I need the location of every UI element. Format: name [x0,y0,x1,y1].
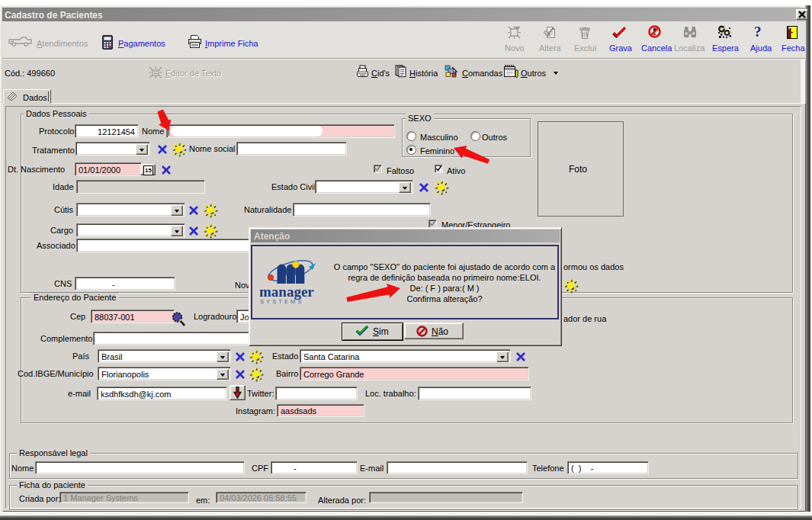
svg-text:SYSTEMS: SYSTEMS [260,298,304,305]
svg-text:manager: manager [259,284,314,300]
